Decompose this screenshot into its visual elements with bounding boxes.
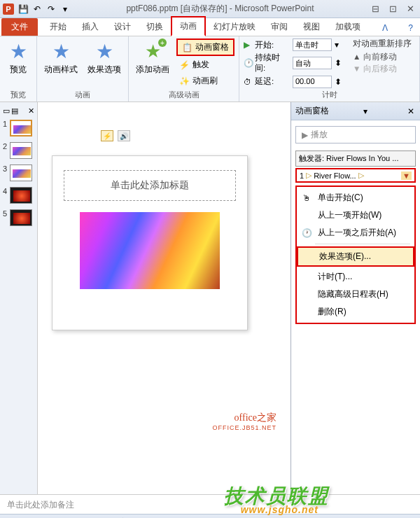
separator	[315, 244, 410, 244]
trigger-label: 触发	[192, 59, 209, 71]
brand-name: office之家	[212, 412, 276, 424]
ctx-after-previous[interactable]: 🕐从上一项之后开始(A)	[297, 224, 414, 241]
trigger-indicator-icon[interactable]: ⚡	[101, 130, 113, 141]
tab-view[interactable]: 视图	[295, 18, 328, 36]
animation-styles-button[interactable]: ★ 动画样式	[41, 38, 80, 88]
help-icon[interactable]: ?	[401, 20, 420, 36]
clock-icon: 🕐	[244, 58, 252, 68]
play-icon: ▶	[302, 130, 308, 140]
thumbnail-4[interactable]: 4	[3, 187, 34, 204]
powerpoint-icon: P	[3, 4, 14, 15]
spinner-icon[interactable]: ⬍	[335, 77, 344, 87]
item-name: River Flow...	[314, 172, 356, 180]
star-icon: ★	[50, 40, 72, 62]
slide-thumbnails: ▭ ▤ ✕ 1 2 3 4 5	[0, 102, 38, 494]
item-dropdown-icon[interactable]: ▼	[401, 172, 412, 180]
trigger-button[interactable]: ⚡ 触发	[176, 57, 234, 72]
close-pane-icon[interactable]: ✕	[406, 106, 416, 116]
slide-preview: 单击此处添加标题	[52, 155, 248, 330]
effect-label: 效果选项	[88, 64, 121, 76]
tab-animations[interactable]: 动画	[171, 16, 206, 36]
group-animation: ★ 动画样式 ★ 效果选项 动画	[37, 36, 129, 102]
thumbnail-1[interactable]: 1	[3, 120, 34, 136]
duration-label: 持续时间:	[255, 52, 290, 74]
group-advanced: ★+ 添加动画 📋 动画窗格 ⚡ 触发 ✨ 动画刷 高级动画	[129, 36, 239, 102]
ctx-start-click[interactable]: 🖱单击开始(C)	[297, 189, 414, 206]
chevron-down-icon[interactable]: ▾	[335, 40, 344, 50]
thumbnail-3[interactable]: 3	[3, 164, 34, 181]
star-plus-icon: ★+	[141, 40, 164, 62]
play-animations-button[interactable]: ▶ 播放	[295, 126, 416, 144]
spinner-icon[interactable]: ⬍	[335, 58, 344, 68]
tab-transitions[interactable]: 切换	[139, 18, 171, 36]
preview-label: 预览	[10, 64, 27, 76]
thumbnail-5[interactable]: 5	[3, 209, 34, 226]
play-label: 播放	[311, 129, 328, 141]
ctx-with-previous[interactable]: 从上一项开始(W)	[297, 206, 414, 224]
workspace: ▭ ▤ ✕ 1 2 3 4 5 ⚡ 🔊 单击此处添加标题 office之家 OF…	[0, 102, 420, 494]
close-button[interactable]: ✕	[404, 4, 417, 14]
ctx-effect-options[interactable]: 效果选项(E)...	[297, 246, 414, 267]
group-label: 计时	[244, 88, 415, 100]
qat-dropdown-icon[interactable]: ▾	[59, 3, 71, 15]
thumbnails-tab-icon[interactable]: ▤	[11, 106, 18, 115]
ribbon-tabs: 文件 开始 插入 设计 切换 动画 幻灯片放映 审阅 视图 加载项 ᐱ ?	[0, 18, 420, 36]
add-animation-button[interactable]: ★+ 添加动画	[133, 38, 172, 88]
brand-url: OFFICE.JB51.NET	[212, 424, 276, 431]
tab-slideshow[interactable]: 幻灯片放映	[206, 18, 263, 36]
slide-canvas[interactable]: ⚡ 🔊 单击此处添加标题 office之家 OFFICE.JB51.NET	[38, 102, 290, 494]
tab-addins[interactable]: 加载项	[328, 18, 368, 36]
title-placeholder[interactable]: 单击此处添加标题	[64, 170, 236, 201]
group-label: 预览	[4, 88, 32, 100]
ctx-hide-timeline[interactable]: 隐藏高级日程表(H)	[297, 286, 414, 303]
pane-header: 动画窗格 ▾ ✕	[291, 102, 420, 120]
duration-input[interactable]: 自动	[293, 57, 332, 69]
minimize-button[interactable]: ⊟	[369, 4, 382, 14]
timing-grid: ▶ 开始: 单击时 ▾ 🕐 持续时间: 自动 ⬍ ⏱ 延迟: 00.00 ⬍	[244, 38, 344, 88]
maximize-button[interactable]: ⊡	[386, 4, 400, 14]
group-label: 高级动画	[133, 88, 234, 100]
preview-button[interactable]: ★ 预览	[4, 38, 32, 88]
audio-indicator-icon[interactable]: 🔊	[118, 130, 130, 141]
tab-file[interactable]: 文件	[1, 18, 38, 36]
outline-tab-icon[interactable]: ▭	[3, 106, 10, 115]
minimize-ribbon-icon[interactable]: ᐱ	[375, 20, 395, 36]
move-earlier-button[interactable]: ▲ 向前移动	[353, 52, 412, 62]
animation-pane-button[interactable]: 📋 动画窗格	[176, 38, 234, 56]
group-label: 动画	[41, 88, 124, 100]
start-select[interactable]: 单击时	[293, 38, 332, 51]
redo-icon[interactable]: ↷	[45, 3, 57, 15]
add-label: 添加动画	[136, 64, 169, 76]
tab-home[interactable]: 开始	[42, 18, 74, 36]
start-label: 开始:	[255, 40, 290, 50]
tab-insert[interactable]: 插入	[74, 18, 106, 36]
animation-painter-button[interactable]: ✨ 动画刷	[176, 74, 234, 88]
quick-access-toolbar: 💾 ↶ ↷ ▾	[17, 3, 71, 15]
titlebar: P 💾 ↶ ↷ ▾ pptF086.pptm [自动保存的] - Microso…	[0, 0, 420, 18]
thumbnail-2[interactable]: 2	[3, 142, 34, 159]
move-later-button[interactable]: ▼ 向后移动	[353, 64, 412, 74]
tab-design[interactable]: 设计	[106, 18, 139, 36]
notes-pane[interactable]: 单击此处添加备注	[0, 494, 420, 514]
undo-icon[interactable]: ↶	[31, 3, 43, 15]
ctx-timing[interactable]: 计时(T)...	[297, 268, 414, 286]
slide-image	[80, 212, 220, 289]
ctx-delete[interactable]: 删除(R)	[297, 303, 414, 321]
star-icon: ★	[93, 40, 115, 62]
animation-item-1[interactable]: 1 ▷ River Flow... ▷ ▼	[295, 168, 416, 183]
pane-icon: 📋	[182, 43, 192, 52]
group-preview: ★ 预览 预览	[0, 36, 37, 102]
pane-body: ▶ 播放 触发器: River Flows In You ... 1 ▷ Riv…	[291, 120, 420, 494]
pane-title: 动画窗格	[295, 105, 329, 117]
star-icon: ★	[7, 40, 29, 62]
delay-input[interactable]: 00.00	[293, 76, 332, 88]
delay-icon: ⏱	[244, 78, 252, 86]
tab-review[interactable]: 审阅	[263, 18, 295, 36]
effect-options-button[interactable]: ★ 效果选项	[85, 38, 124, 88]
painter-icon: ✨	[179, 76, 190, 86]
play-icon: ▷	[358, 171, 364, 180]
pane-dropdown-icon[interactable]: ▾	[363, 106, 368, 116]
close-pane-icon[interactable]: ✕	[28, 106, 34, 115]
watermark-url: www.jsgho.net	[241, 504, 318, 515]
save-icon[interactable]: 💾	[17, 3, 29, 15]
